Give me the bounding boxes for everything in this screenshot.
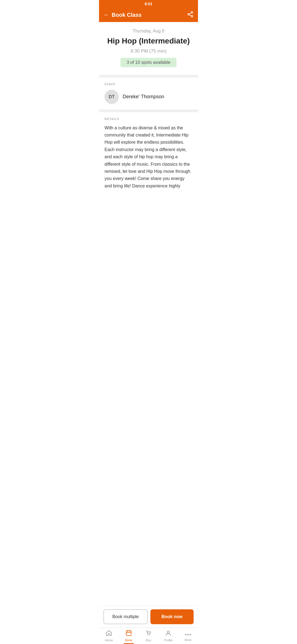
staff-initials: DT [109,94,114,99]
staff-avatar: DT [105,90,119,104]
staff-section: STAFF DT Dereke' Thompson [99,78,198,104]
spots-available-badge: 3 of 10 spots available [120,58,176,67]
section-divider-2 [99,110,198,112]
page-title: Book Class [112,12,142,18]
status-time: 8:01 [145,2,152,6]
details-section: DETAILS With a culture as diverse & mixe… [99,112,198,217]
class-date: Thursday, Aug 8 [105,29,193,34]
details-section-label: DETAILS [105,117,193,121]
share-icon[interactable] [187,11,194,19]
staff-section-label: STAFF [105,83,193,86]
class-time: 8:30 PM (75 min) [105,48,193,54]
svg-point-0 [191,12,193,13]
top-bar-left: ← Book Class [103,11,142,18]
back-icon[interactable]: ← [103,11,109,18]
top-bar: ← Book Class [99,8,198,22]
class-info-section: Thursday, Aug 8 Hip Hop (Intermediate) 8… [99,22,198,69]
staff-row: DT Dereke' Thompson [105,90,193,104]
svg-line-4 [189,13,191,14]
status-bar: 8:01 [99,0,198,8]
svg-point-1 [188,13,189,15]
staff-name: Dereke' Thompson [123,94,164,100]
svg-point-2 [191,15,193,17]
svg-line-3 [189,15,191,16]
class-title: Hip Hop (Intermediate) [105,36,193,46]
section-divider-1 [99,75,198,78]
details-text: With a culture as diverse & mixed as the… [105,124,193,190]
